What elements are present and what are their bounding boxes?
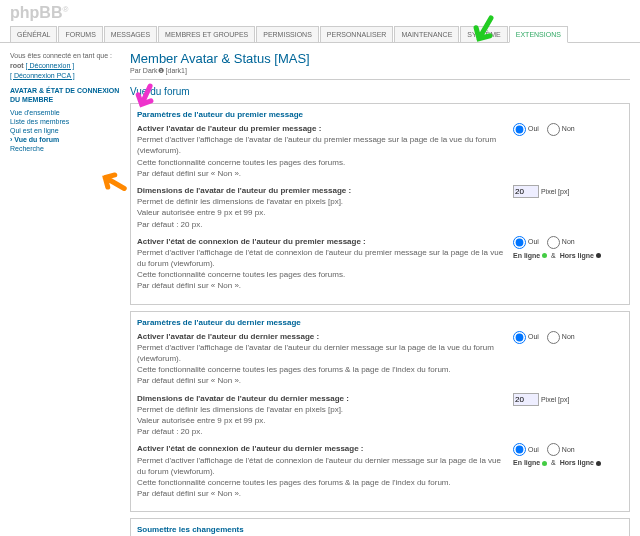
tab-extensions[interactable]: EXTENSIONS bbox=[509, 26, 568, 43]
phpbb-logo: phpBB® bbox=[0, 0, 640, 26]
radio-oui[interactable]: Oui bbox=[513, 125, 539, 132]
sidebar-item[interactable]: Liste des membres bbox=[10, 117, 120, 126]
logout-link[interactable]: [ Déconnexion ] bbox=[26, 62, 75, 69]
tab-forums[interactable]: FORUMS bbox=[58, 26, 102, 42]
legend: Soumettre les changements bbox=[137, 525, 623, 534]
sidebar-heading: AVATAR & ÉTAT DE CONNEXION DU MEMBRE bbox=[10, 86, 120, 104]
page-title: Member Avatar & Status [MAS] bbox=[130, 51, 630, 66]
radio-oui[interactable]: Oui bbox=[513, 238, 539, 245]
radio-group: Oui Non bbox=[513, 123, 623, 179]
sidebar-item[interactable]: Recherche bbox=[10, 144, 120, 153]
main-content: Member Avatar & Status [MAS] Par Dark❶ [… bbox=[130, 51, 630, 536]
status-legend: En ligne & Hors ligne bbox=[513, 252, 623, 259]
sidebar-item[interactable]: Vue d'ensemble bbox=[10, 108, 120, 117]
radio-non[interactable]: Non bbox=[547, 446, 575, 453]
tab-système[interactable]: SYSTÈME bbox=[460, 26, 507, 42]
section-title: Vue du forum bbox=[130, 86, 630, 97]
tab-personnaliser[interactable]: PERSONNALISER bbox=[320, 26, 394, 42]
online-dot-icon bbox=[542, 461, 547, 466]
status-legend: En ligne & Hors ligne bbox=[513, 459, 623, 466]
radio-non[interactable]: Non bbox=[547, 125, 575, 132]
legend: Paramètres de l'auteur du dernier messag… bbox=[137, 318, 623, 327]
offline-dot-icon bbox=[596, 253, 601, 258]
fieldset-last-author: Paramètres de l'auteur du dernier messag… bbox=[130, 311, 630, 513]
tab-permissions[interactable]: PERMISSIONS bbox=[256, 26, 319, 42]
radio-oui[interactable]: Oui bbox=[513, 446, 539, 453]
legend: Paramètres de l'auteur du premier messag… bbox=[137, 110, 623, 119]
size-input[interactable] bbox=[513, 185, 539, 198]
sidebar-item[interactable]: Qui est en ligne bbox=[10, 126, 120, 135]
radio-non[interactable]: Non bbox=[547, 333, 575, 340]
offline-dot-icon bbox=[596, 461, 601, 466]
logout-pca-link[interactable]: [ Déconnexion PCA ] bbox=[10, 72, 75, 79]
radio-oui[interactable]: Oui bbox=[513, 333, 539, 340]
sidebar-item[interactable]: Vue du forum bbox=[10, 135, 120, 144]
online-dot-icon bbox=[542, 253, 547, 258]
tab-messages[interactable]: MESSAGES bbox=[104, 26, 157, 42]
fieldset-first-author: Paramètres de l'auteur du premier messag… bbox=[130, 103, 630, 305]
size-input[interactable] bbox=[513, 393, 539, 406]
login-info: Vous êtes connecté en tant que : root [ … bbox=[10, 51, 120, 80]
fieldset-submit: Soumettre les changements Envoyer Réinit… bbox=[130, 518, 630, 536]
tab-général[interactable]: GÉNÉRAL bbox=[10, 26, 57, 42]
radio-non[interactable]: Non bbox=[547, 238, 575, 245]
author-line: Par Dark❶ [dark1] bbox=[130, 67, 630, 80]
tab-maintenance[interactable]: MAINTENANCE bbox=[394, 26, 459, 42]
tab-membres-et-groupes[interactable]: MEMBRES ET GROUPES bbox=[158, 26, 255, 42]
main-tabs: GÉNÉRALFORUMSMESSAGESMEMBRES ET GROUPESP… bbox=[0, 26, 640, 43]
sidebar: Vous êtes connecté en tant que : root [ … bbox=[10, 51, 120, 536]
